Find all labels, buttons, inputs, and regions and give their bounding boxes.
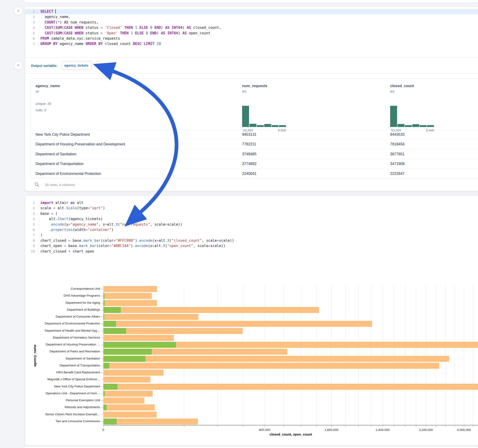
x-axis-tick-label: 0 xyxy=(89,428,117,432)
y-axis-label: Department of Health and Mental Hyg… xyxy=(25,329,100,332)
open-count-bar xyxy=(103,314,104,320)
closed-count-bar xyxy=(103,307,319,313)
table-cell: 7618456 xyxy=(390,139,404,149)
code-text: SELECT xyxy=(39,9,56,14)
histogram-bar xyxy=(420,125,427,127)
column-header[interactable]: agency_name strunique: 20nulls: 0 xyxy=(36,84,82,93)
closed-count-bar xyxy=(103,412,157,417)
column-header[interactable]: num_requests i6453,3049.5e6 xyxy=(242,84,288,93)
y-axis-tick xyxy=(101,400,103,401)
code-line[interactable]: 4 CAST(SUM(CASE WHEN status = 'Closed' T… xyxy=(25,25,478,31)
table-cell: 3677651 xyxy=(390,149,404,159)
gridline xyxy=(383,286,383,425)
open-count-bar xyxy=(103,321,116,327)
previous-cell-bottom-edge xyxy=(24,0,478,3)
x-axis-tick xyxy=(394,425,394,427)
y-axis-tick xyxy=(101,310,103,310)
y-axis-label: Department of Environmental Protection xyxy=(25,322,100,325)
y-axis-tick xyxy=(101,303,103,303)
y-axis-label: Mayorâ€ s Office of Special Enforce… xyxy=(25,378,100,381)
x-axis-title: closed_count, open_count xyxy=(103,433,478,436)
table-cell: 9443533 xyxy=(390,130,404,139)
column-stat: unique: 20 xyxy=(36,102,51,106)
y-axis-label: Personal Exemption Unit xyxy=(25,398,100,402)
x-axis-tick xyxy=(446,425,446,427)
gridline xyxy=(446,286,446,425)
y-axis-label: New York City Police Department xyxy=(25,385,100,388)
add-cell-button-top[interactable]: + xyxy=(14,7,23,15)
closed-count-bar xyxy=(103,404,155,411)
y-axis-tick xyxy=(101,394,103,394)
gridline xyxy=(358,286,358,425)
open-count-bar xyxy=(103,307,121,313)
y-axis-tick xyxy=(101,415,103,415)
output-variable-pill[interactable]: agency_tickets xyxy=(62,61,92,70)
code-text: FROM sample_data.nyc.service_requests xyxy=(39,36,120,41)
x-axis-tick xyxy=(416,425,416,427)
table-summary: 20 rows, 4 columns xyxy=(45,183,75,187)
open-count-bar xyxy=(103,293,104,299)
y-axis-label: HRA Benefit Card Replacement xyxy=(25,371,100,374)
text-caret xyxy=(55,9,56,13)
code-line[interactable]: 5 CAST(SUM(CASE WHEN status = 'Open' THE… xyxy=(25,31,478,36)
table-cell: Department of Environmental Protection xyxy=(36,169,101,179)
fold-spacer xyxy=(35,20,39,25)
search-icon[interactable] xyxy=(34,182,39,187)
column-type: i64 xyxy=(242,90,288,93)
table-cell: 3471908 xyxy=(390,159,404,169)
gridline xyxy=(184,286,184,425)
fold-spacer xyxy=(35,25,39,31)
closed-count-bar xyxy=(103,314,198,320)
code-line[interactable]: 6FROM sample_data.nyc.service_requests xyxy=(25,36,478,41)
closed-count-bar xyxy=(103,321,372,327)
code-line[interactable]: 2 agency_name, xyxy=(25,14,478,20)
code-text: CAST(SUM(CASE WHEN status = 'Closed' THE… xyxy=(39,25,221,31)
gridline xyxy=(243,286,243,425)
code-line[interactable]: 1⌄SELECT xyxy=(25,9,478,14)
x-axis-tick xyxy=(331,425,332,427)
y-axis-tick xyxy=(101,359,103,359)
table-cell: Department of Housing Preservation and D… xyxy=(36,139,125,149)
code-line[interactable]: 7GROUP BY agency_name ORDER BY closed_co… xyxy=(25,41,478,47)
histogram-bar xyxy=(390,106,397,127)
y-axis-label: Department of Consumer Affairs xyxy=(25,315,100,318)
table-row: New York City Police Department945313194… xyxy=(31,130,478,139)
y-axis-label: Correspondence Unit xyxy=(25,287,100,290)
gridline xyxy=(301,286,301,425)
code-line[interactable]: 3 COUNT(*) AS num_requests, xyxy=(25,20,478,25)
histogram-bar xyxy=(412,124,419,127)
y-axis-label: Refunds and Adjustments xyxy=(25,405,100,409)
column-name: closed_count xyxy=(390,84,436,88)
open-count-bar xyxy=(103,384,117,390)
y-axis-tick xyxy=(101,338,103,338)
closed-count-bar xyxy=(103,286,157,292)
y-axis-label: Department of Buildings xyxy=(25,308,100,311)
y-axis-label: Department of Parks and Recreation xyxy=(25,350,100,353)
y-axis-label: Department of Sanitation xyxy=(25,357,100,360)
x-axis-tick-label: 3,200,000 xyxy=(412,428,440,432)
x-axis-tick-label: 4,000,000 xyxy=(450,428,478,432)
x-axis-tick xyxy=(426,425,426,427)
x-axis-line xyxy=(103,425,478,425)
fold-chevron-icon[interactable]: ⌄ xyxy=(35,9,39,14)
y-axis-tick xyxy=(101,324,103,324)
column-header[interactable]: closed_count i6453,3049.4e6 xyxy=(390,84,436,93)
x-axis-tick xyxy=(405,425,405,427)
closed-count-bar xyxy=(103,384,478,390)
add-cell-button-middle[interactable]: + xyxy=(14,61,23,70)
column-type: str xyxy=(36,90,82,93)
open-count-bar xyxy=(103,404,107,411)
gridline xyxy=(264,286,265,425)
y-axis-label: DHS Advantage Programs xyxy=(25,294,100,297)
x-axis-tick xyxy=(455,425,455,427)
table-row: Department of Housing Preservation and D… xyxy=(31,139,478,149)
python-cell-card: 1import altair as alt2scale = alt.Scale(… xyxy=(25,195,478,446)
y-axis-tick xyxy=(101,289,103,289)
histogram-bar xyxy=(242,106,249,127)
column-histogram: 53,3049.5e6 xyxy=(242,101,286,132)
y-axis-label: Department of Transportation xyxy=(25,364,100,367)
sql-editor[interactable]: 1⌄SELECT 2 agency_name,3 COUNT(*) AS num… xyxy=(25,9,478,47)
y-axis-tick xyxy=(101,331,103,331)
y-axis-label: Taxi and Limousine Commission xyxy=(25,419,100,423)
y-axis-tick xyxy=(101,317,103,317)
